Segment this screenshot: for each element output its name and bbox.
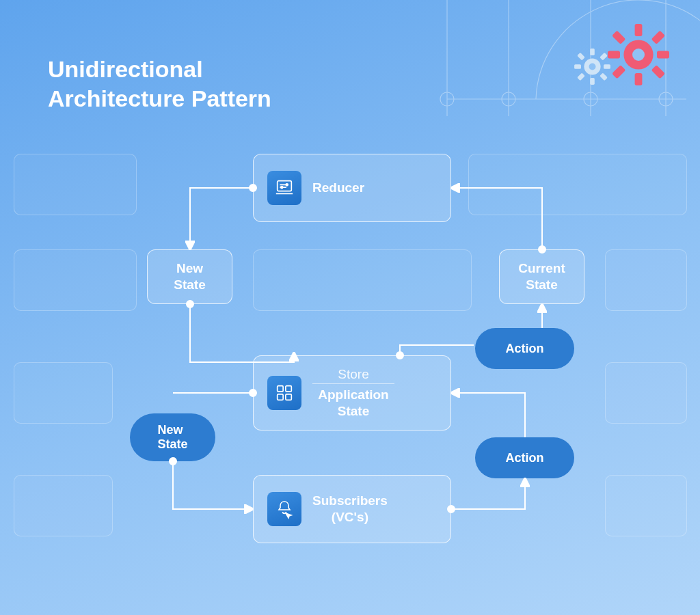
svg-point-33 bbox=[250, 390, 256, 396]
connectors bbox=[0, 0, 700, 615]
